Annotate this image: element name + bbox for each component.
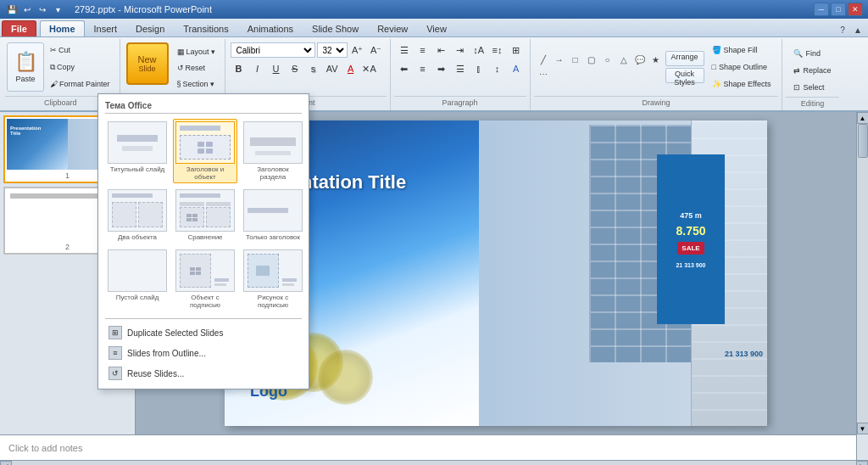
drawing-row-1: ╱ → □ ▢ ○ △ 💬 ★ ⋯ Arrange QuickStyles 🪣	[536, 42, 777, 92]
align-left-btn[interactable]: ⬅	[396, 61, 413, 76]
lt2-icon4	[206, 148, 213, 154]
slides-from-outline-btn[interactable]: ≡ Slides from Outline...	[105, 345, 302, 361]
lt2-title	[180, 126, 220, 131]
underline-button[interactable]: U	[268, 61, 285, 76]
shape-rounded-rect[interactable]: ▢	[584, 53, 599, 67]
shape-effects-btn[interactable]: ✨ Shape Effects	[706, 76, 777, 92]
section-button[interactable]: § Section ▾	[173, 76, 220, 92]
layout-blank[interactable]: Пустой слайд	[105, 247, 170, 311]
tab-transitions[interactable]: Transitions	[174, 20, 237, 36]
bullets-button[interactable]: ☰	[396, 42, 413, 58]
ribbon-help-btn[interactable]: ?	[836, 23, 849, 36]
font-color-btn[interactable]: A	[342, 61, 359, 76]
scroll-left-btn[interactable]: ◄	[0, 461, 12, 466]
layout-title-content[interactable]: Заголовок и объект	[173, 119, 237, 183]
align-text-btn[interactable]: ≡↕	[489, 42, 506, 58]
minimize-btn[interactable]: ─	[814, 3, 829, 16]
tab-review[interactable]: Review	[368, 20, 417, 36]
shape-outline-btn[interactable]: □ Shape Outline	[706, 59, 777, 75]
format-painter-button[interactable]: 🖌 Format Painter	[46, 76, 114, 92]
smartart-btn[interactable]: ⊞	[508, 42, 525, 58]
decrease-indent-btn[interactable]: ⇤	[433, 42, 450, 58]
shape-line[interactable]: ╱	[536, 53, 551, 67]
layout-section-header[interactable]: Заголовок раздела	[241, 119, 305, 183]
v-scrollbar[interactable]: ▲ ▼	[856, 112, 868, 434]
line-spacing-btn[interactable]: ↕	[489, 61, 506, 76]
shape-triangle[interactable]: △	[616, 53, 632, 67]
close-btn[interactable]: ✕	[848, 3, 863, 16]
duplicate-slides-btn[interactable]: ⊞ Duplicate Selected Slides	[105, 324, 302, 341]
save-quick-btn[interactable]: 💾	[5, 3, 19, 16]
shadow-btn[interactable]: s	[305, 61, 322, 76]
scroll-thumb-v[interactable]	[858, 124, 868, 158]
decrease-font-btn[interactable]: A⁻	[368, 42, 385, 58]
shape-callout[interactable]: 💬	[632, 53, 648, 67]
shape-oval[interactable]: ○	[600, 53, 615, 67]
clear-format-btn[interactable]: ✕A	[361, 61, 378, 76]
tab-home[interactable]: Home	[40, 20, 85, 36]
layout-grid: Титульный слайд Заголовок и объект	[105, 119, 302, 311]
para-color-btn[interactable]: A	[508, 61, 525, 76]
layout-title-only[interactable]: Только заголовок	[241, 187, 305, 244]
layout-button[interactable]: ▦ Layout ▾	[173, 44, 220, 59]
reuse-slides-btn[interactable]: ↺ Reuse Slides...	[105, 365, 302, 382]
shape-more[interactable]: ⋯	[536, 68, 551, 81]
redo-quick-btn[interactable]: ↪	[36, 3, 49, 16]
replace-button[interactable]: ⇄ Replace	[787, 63, 837, 78]
font-size-select[interactable]: 32	[317, 42, 348, 58]
cut-button[interactable]: ✂ Cut	[46, 42, 114, 58]
arrange-button[interactable]: Arrange	[665, 51, 704, 66]
lt5-compare	[180, 202, 231, 227]
paste-button[interactable]: 📋 Paste	[7, 42, 44, 92]
h-scrollbar[interactable]: ◄ ►	[0, 460, 868, 465]
scroll-track-v[interactable]	[857, 124, 868, 423]
align-right-btn[interactable]: ➡	[433, 61, 450, 76]
select-button[interactable]: ⊡ Select	[787, 80, 837, 95]
scroll-down-btn[interactable]: ▼	[857, 423, 869, 434]
col-btn[interactable]: ⫿	[470, 61, 487, 76]
reset-button[interactable]: ↺ Reset	[173, 60, 220, 76]
layout-picture-caption[interactable]: Рисунок с подписью	[241, 247, 305, 311]
copy-button[interactable]: ⧉ Copy	[46, 59, 114, 75]
tab-view[interactable]: View	[417, 20, 456, 36]
layout-content-caption[interactable]: Объект с подписью	[173, 247, 237, 311]
maximize-btn[interactable]: □	[831, 3, 846, 16]
scroll-up-btn[interactable]: ▲	[857, 112, 869, 124]
tab-file[interactable]: File	[2, 20, 36, 36]
strikethrough-button[interactable]: S	[287, 61, 303, 76]
notes-area[interactable]: Click to add notes	[0, 434, 856, 460]
app-title: 2792.pptx - Microsoft PowerPoint	[75, 4, 212, 14]
building-banner: 475 m 8.750 SALE 21 313 900	[657, 154, 725, 324]
find-button[interactable]: 🔍 Find	[787, 46, 837, 61]
align-center-btn[interactable]: ≡	[415, 61, 431, 76]
tab-design[interactable]: Design	[126, 20, 174, 36]
lt9-cap-title	[282, 278, 297, 282]
tab-animations[interactable]: Animations	[238, 20, 303, 36]
shape-fill-btn[interactable]: 🪣 Shape Fill	[706, 42, 777, 58]
numbering-button[interactable]: ≡	[415, 42, 431, 58]
new-slide-button[interactable]: New Slide	[125, 42, 170, 85]
justify-btn[interactable]: ☰	[452, 61, 469, 76]
tab-slideshow[interactable]: Slide Show	[303, 20, 368, 36]
undo-quick-btn[interactable]: ↩	[20, 3, 34, 16]
layout-comparison[interactable]: Сравнение	[173, 187, 237, 244]
ribbon-minimize-btn[interactable]: ▲	[851, 23, 865, 36]
dropdown-quick-btn[interactable]: ▾	[51, 3, 64, 16]
increase-indent-btn[interactable]: ⇥	[452, 42, 469, 58]
layout-two-content[interactable]: Два объекта	[105, 187, 170, 244]
scroll-right-btn[interactable]: ►	[856, 461, 868, 466]
shape-rect[interactable]: □	[568, 53, 583, 67]
bold-button[interactable]: B	[231, 61, 248, 76]
lt5-li2	[192, 214, 198, 217]
font-spacing-btn[interactable]: AV	[324, 61, 341, 76]
tab-insert[interactable]: Insert	[85, 20, 127, 36]
increase-font-btn[interactable]: A⁺	[349, 42, 366, 58]
italic-button[interactable]: I	[249, 61, 266, 76]
layout-title-slide[interactable]: Титульный слайд	[105, 119, 170, 183]
font-family-select[interactable]: Calibri	[231, 42, 315, 58]
shape-arrow[interactable]: →	[552, 53, 567, 67]
scroll-track-h[interactable]	[12, 461, 856, 466]
quick-styles-button[interactable]: QuickStyles	[665, 68, 704, 83]
shape-star[interactable]: ★	[648, 53, 664, 67]
text-direction-btn[interactable]: ↕A	[470, 42, 487, 58]
